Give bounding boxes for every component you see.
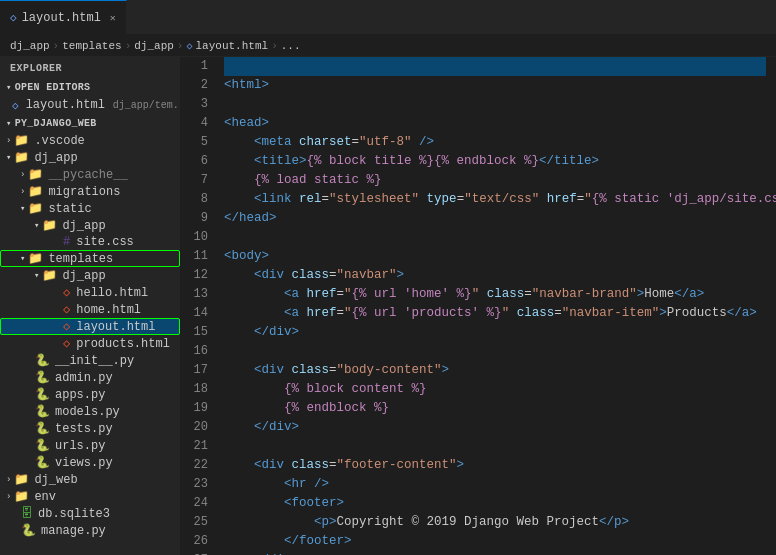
code-line-3 [224, 95, 766, 114]
code-line-11: <body> [224, 247, 766, 266]
line-number-20: 20 [180, 418, 208, 437]
models-py-label: models.py [55, 405, 120, 419]
line-number-23: 23 [180, 475, 208, 494]
line-number-1: 1 [180, 57, 208, 76]
tree-db-sqlite3[interactable]: 🗄 db.sqlite3 [0, 505, 180, 522]
project-section[interactable]: ▾ PY_DJANGO_WEB [0, 114, 180, 132]
line-number-3: 3 [180, 95, 208, 114]
open-editor-label: layout.html [26, 98, 105, 112]
open-editors-arrow: ▾ [6, 82, 12, 93]
code-line-7: {% load static %} [224, 171, 766, 190]
tree-templates[interactable]: ▾ 📁 templates [0, 250, 180, 267]
code-line-8: <link rel="stylesheet" type="text/css" h… [224, 190, 766, 209]
line-number-9: 9 [180, 209, 208, 228]
breadcrumb-sep-4: › [271, 40, 278, 52]
templates-arrow: ▾ [20, 253, 25, 264]
tree-pycache[interactable]: › 📁 __pycache__ [0, 166, 180, 183]
line-number-14: 14 [180, 304, 208, 323]
code-line-13: <a href="{% url 'home' %}" class="navbar… [224, 285, 766, 304]
tree-hello-html[interactable]: ◇ hello.html [0, 284, 180, 301]
open-editor-path: dj_app/tem... [113, 100, 180, 111]
tree-products-html[interactable]: ◇ products.html [0, 335, 180, 352]
line-number-22: 22 [180, 456, 208, 475]
tab-label: layout.html [22, 11, 101, 25]
tree-dj_app[interactable]: ▾ 📁 dj_app [0, 149, 180, 166]
tree-layout-html[interactable]: ◇ layout.html [0, 318, 180, 335]
line-number-5: 5 [180, 133, 208, 152]
dj_app-arrow: ▾ [6, 152, 11, 163]
breadcrumb-sep-3: › [177, 40, 184, 52]
tree-tests-py[interactable]: 🐍 tests.py [0, 420, 180, 437]
apps-py-label: apps.py [55, 388, 105, 402]
code-content[interactable]: <html> <head> <meta charset="utf-8" /> <… [218, 57, 776, 555]
explorer-label: EXPLORER [10, 63, 62, 74]
tree-dj_web[interactable]: › 📁 dj_web [0, 471, 180, 488]
line-number-2: 2 [180, 76, 208, 95]
apps-py-icon: 🐍 [35, 387, 50, 402]
line-number-10: 10 [180, 228, 208, 247]
line-number-27: 27 [180, 551, 208, 555]
code-line-25: <p>Copyright © 2019 Django Web Project</… [224, 513, 766, 532]
line-number-24: 24 [180, 494, 208, 513]
css-file-icon: # [63, 235, 70, 249]
pycache-folder-icon: 📁 [28, 167, 43, 182]
line-number-8: 8 [180, 190, 208, 209]
line-number-26: 26 [180, 532, 208, 551]
tree-migrations[interactable]: › 📁 migrations [0, 183, 180, 200]
env-folder-icon: 📁 [14, 489, 29, 504]
breadcrumb-dj_app2: dj_app [134, 40, 174, 52]
code-editor[interactable]: 1234567891011121314151617181920212223242… [180, 57, 776, 555]
tree-manage-py[interactable]: 🐍 manage.py [0, 522, 180, 539]
tests-py-icon: 🐍 [35, 421, 50, 436]
init-py-label: __init__.py [55, 354, 134, 368]
open-editor-icon: ◇ [12, 99, 19, 112]
project-arrow: ▾ [6, 118, 12, 129]
static-dj_app-label: dj_app [62, 219, 105, 233]
tree-init-py[interactable]: 🐍 __init__.py [0, 352, 180, 369]
breadcrumb-dj_app: dj_app [10, 40, 50, 52]
tab-layout[interactable]: ◇ layout.html ✕ [0, 0, 127, 34]
static-arrow: ▾ [20, 203, 25, 214]
code-line-19: {% endblock %} [224, 399, 766, 418]
code-line-1 [224, 57, 766, 76]
tree-admin-py[interactable]: 🐍 admin.py [0, 369, 180, 386]
code-line-15: </div> [224, 323, 766, 342]
code-line-21 [224, 437, 766, 456]
tree-static[interactable]: ▾ 📁 static [0, 200, 180, 217]
line-numbers: 1234567891011121314151617181920212223242… [180, 57, 218, 555]
migrations-folder-icon: 📁 [28, 184, 43, 199]
code-line-17: <div class="body-content"> [224, 361, 766, 380]
code-line-12: <div class="navbar"> [224, 266, 766, 285]
code-line-14: <a href="{% url 'products' %}" class="na… [224, 304, 766, 323]
line-number-6: 6 [180, 152, 208, 171]
manage-py-icon: 🐍 [21, 523, 36, 538]
tree-models-py[interactable]: 🐍 models.py [0, 403, 180, 420]
dj_web-folder-icon: 📁 [14, 472, 29, 487]
dj_app-folder-icon: 📁 [14, 150, 29, 165]
line-number-17: 17 [180, 361, 208, 380]
tree-urls-py[interactable]: 🐍 urls.py [0, 437, 180, 454]
tree-home-html[interactable]: ◇ home.html [0, 301, 180, 318]
open-editor-layout[interactable]: ◇ layout.html dj_app/tem... ✕ [0, 96, 180, 114]
line-number-12: 12 [180, 266, 208, 285]
tree-views-py[interactable]: 🐍 views.py [0, 454, 180, 471]
views-py-icon: 🐍 [35, 455, 50, 470]
code-line-23: <hr /> [224, 475, 766, 494]
static-dj_app-folder-icon: 📁 [42, 218, 57, 233]
static-label: static [48, 202, 91, 216]
tree-static-dj_app[interactable]: ▾ 📁 dj_app [0, 217, 180, 234]
home-html-label: home.html [76, 303, 141, 317]
tree-vscode[interactable]: › 📁 .vscode [0, 132, 180, 149]
tree-env[interactable]: › 📁 env [0, 488, 180, 505]
tree-templates-dj_app[interactable]: ▾ 📁 dj_app [0, 267, 180, 284]
static-folder-icon: 📁 [28, 201, 43, 216]
tab-bar: ◇ layout.html ✕ [0, 0, 776, 35]
breadcrumb-file: layout.html [196, 40, 269, 52]
code-line-4: <head> [224, 114, 766, 133]
open-editors-section[interactable]: ▾ OPEN EDITORS [0, 78, 180, 96]
tree-apps-py[interactable]: 🐍 apps.py [0, 386, 180, 403]
line-number-15: 15 [180, 323, 208, 342]
migrations-arrow: › [20, 187, 25, 197]
tab-close-button[interactable]: ✕ [110, 12, 116, 24]
tree-site-css[interactable]: # site.css [0, 234, 180, 250]
